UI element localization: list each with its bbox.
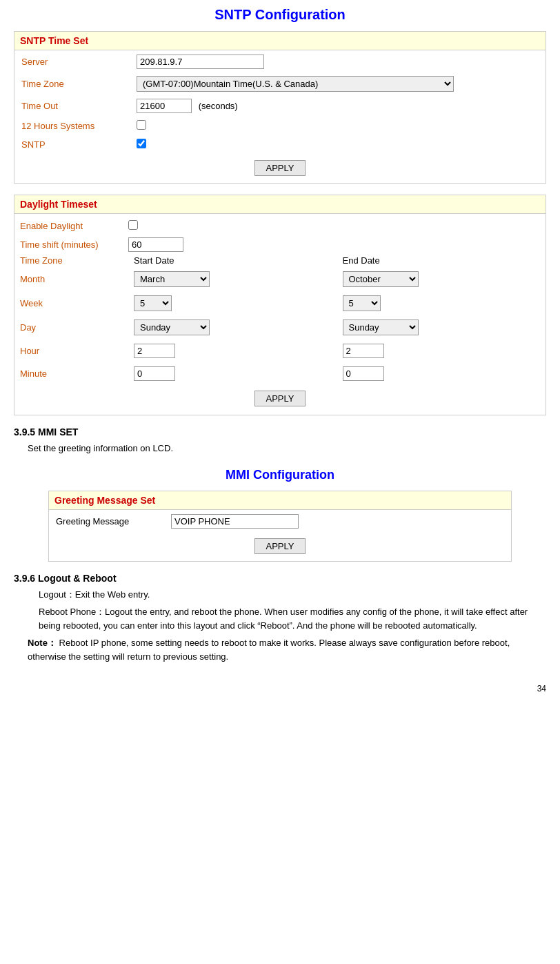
timeout-input[interactable] [137,99,192,113]
hours12-value-cell [131,117,544,135]
end-month-cell: October JanuaryFebruaryMarch AprilMayJun… [337,269,546,289]
week-label: Week [14,296,128,311]
sntp-time-set-header: SNTP Time Set [14,31,546,50]
timeout-unit: (seconds) [199,101,238,111]
timeout-label: Time Out [16,96,130,116]
sntp-apply-cell: APPLY [16,155,544,181]
section-396-note: Note： Reboot IP phone, some setting need… [28,636,546,663]
timeshift-label: Time shift (minutes) [14,237,128,252]
daylight-apply-row: APPLY [14,385,546,412]
daylight-timeset-body: Enable Daylight Time shift (minutes) Tim… [14,214,546,415]
month-label: Month [14,272,128,286]
start-hour-cell [128,342,337,360]
section-395-heading: 3.9.5 MMI SET [14,426,546,437]
start-minute-input[interactable] [134,366,175,381]
note-content: Reboot IP phone, some setting needs to r… [28,638,510,662]
section-395-description: Set the greeting information on LCD. [28,442,546,455]
sntp-time-set-table: Server Time Zone (GMT-07:00)Mountain Tim… [14,50,546,184]
timezone-label: Time Zone [16,73,130,95]
start-hour-input[interactable] [134,344,175,358]
start-day-cell: SundayMondayTuesday WednesdayThursdayFri… [128,317,337,337]
start-month-select[interactable]: March JanuaryFebruary AprilMayJune JulyA… [134,271,210,287]
section-396-reboot-text: Reboot Phone：Logout the entry, and reboo… [39,605,546,632]
sntp-row: SNTP [16,136,544,153]
start-date-header: Start Date [128,255,337,266]
hour-row: Hour [14,340,546,362]
end-week-select[interactable]: 51234 [343,295,381,311]
hour-label: Hour [14,344,128,358]
sntp-config-title: SNTP Configuration [14,7,546,23]
hours12-checkbox[interactable] [137,120,146,130]
timeshift-input[interactable] [128,237,183,252]
start-month-cell: March JanuaryFebruary AprilMayJune JulyA… [128,269,337,289]
timezone-value-cell: (GMT-07:00)Mountain Time(U.S. & Canada) [131,73,544,95]
day-label: Day [14,320,128,335]
timeshift-value [128,237,183,252]
minute-row: Minute [14,362,546,385]
greeting-message-value-cell [166,511,510,531]
server-row: Server [16,52,544,72]
note-label: Note： [28,638,57,648]
mmi-apply-button[interactable]: APPLY [254,538,306,554]
end-week-cell: 51234 [337,293,546,313]
hours12-label: 12 Hours Systems [16,117,130,135]
greeting-message-input[interactable] [171,514,299,529]
timezone-row: Time Zone (GMT-07:00)Mountain Time(U.S. … [16,73,544,95]
timezone-select[interactable]: (GMT-07:00)Mountain Time(U.S. & Canada) [137,76,454,92]
start-week-select[interactable]: 51234 [134,295,172,311]
server-input[interactable] [137,55,264,69]
sntp-apply-row: APPLY [16,155,544,181]
start-minute-cell [128,364,337,383]
end-date-header: End Date [337,255,546,266]
enable-daylight-label: Enable Daylight [14,219,128,233]
timeshift-row: Time shift (minutes) [14,235,546,254]
end-day-cell: SundayMondayTuesday WednesdayThursdayFri… [337,317,546,337]
enable-daylight-row: Enable Daylight [14,217,546,235]
daylight-timeset-header: Daylight Timeset [14,195,546,214]
server-label: Server [16,52,130,72]
end-month-select[interactable]: October JanuaryFebruaryMarch AprilMayJun… [343,271,419,287]
end-day-select[interactable]: SundayMondayTuesday WednesdayThursdayFri… [343,319,419,335]
end-minute-input[interactable] [343,366,384,381]
page-number: 34 [14,684,546,694]
sntp-label: SNTP [16,136,130,153]
day-row: Day SundayMondayTuesday WednesdayThursda… [14,315,546,340]
mmi-config-table: Greeting Message APPLY [48,510,512,562]
enable-daylight-checkbox[interactable] [128,220,138,230]
mmi-greeting-header: Greeting Message Set [48,491,512,510]
start-week-cell: 51234 [128,293,337,313]
minute-label: Minute [14,366,128,381]
mmi-apply-cell: APPLY [50,533,510,560]
week-row: Week 51234 51234 [14,291,546,315]
daylight-apply-button[interactable]: APPLY [254,391,306,406]
server-value-cell [131,52,544,72]
timeout-row: Time Out (seconds) [16,96,544,116]
hours12-row: 12 Hours Systems [16,117,544,135]
greeting-message-row: Greeting Message [50,511,510,531]
start-day-select[interactable]: SundayMondayTuesday WednesdayThursdayFri… [134,319,210,335]
section-396-heading: 3.9.6 Logout & Reboot [14,573,546,584]
sntp-checkbox[interactable] [137,139,146,148]
sntp-apply-button[interactable]: APPLY [254,160,306,176]
greeting-message-label: Greeting Message [50,511,164,531]
end-hour-cell [337,342,546,360]
timezone-subheader-row: Time Zone Start Date End Date [14,254,546,267]
sntp-value-cell [131,136,544,153]
end-minute-cell [337,364,546,383]
timezone-row-label: Time Zone [14,255,128,266]
section-396-logout-text: Logout：Exit the Web entry. [39,588,546,602]
mmi-apply-row: APPLY [50,533,510,560]
end-hour-input[interactable] [343,344,384,358]
timeout-value-cell: (seconds) [131,96,544,116]
month-row: Month March JanuaryFebruary AprilMayJune… [14,267,546,291]
enable-daylight-value [128,220,138,232]
mmi-config-title: MMI Configuration [14,468,546,482]
